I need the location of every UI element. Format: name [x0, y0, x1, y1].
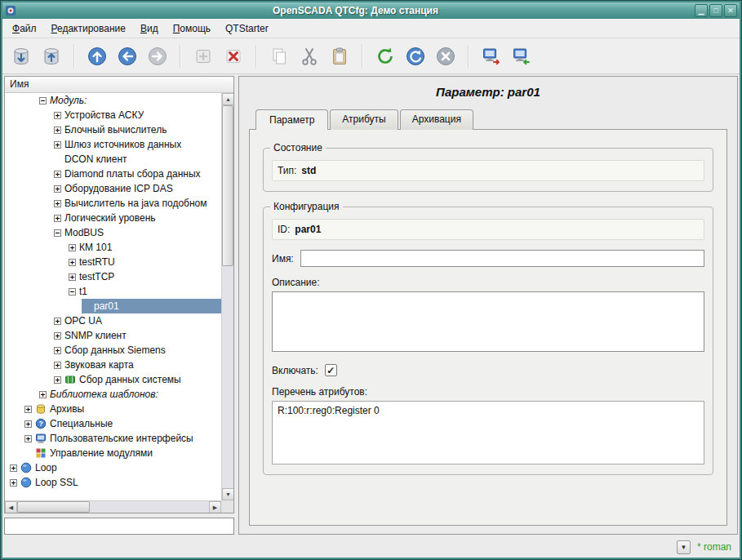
tree-item[interactable]: +testTCP: [67, 269, 221, 284]
tree-row: +Пользовательские интерфейсы: [5, 431, 221, 446]
up-button[interactable]: [83, 42, 111, 70]
tree-item[interactable]: −t1: [67, 284, 221, 299]
tree-item-label: КМ 101: [79, 242, 112, 253]
expand-icon[interactable]: +: [54, 141, 61, 149]
add-button[interactable]: [189, 42, 217, 70]
expand-icon[interactable]: +: [10, 479, 17, 487]
expand-icon[interactable]: +: [24, 435, 32, 442]
menu-item-qtstarter[interactable]: QTStarter: [219, 20, 275, 37]
tree-item[interactable]: +Устройства АСКУ: [52, 108, 221, 122]
expand-icon[interactable]: +: [69, 273, 76, 281]
expand-icon[interactable]: +: [54, 185, 61, 193]
tree-item[interactable]: +Блочный вычислитель: [52, 122, 221, 137]
scroll-track[interactable]: [222, 105, 233, 488]
tree-item[interactable]: +КМ 101: [67, 240, 221, 255]
tree-item[interactable]: +Сбор данных Siemens: [52, 343, 221, 358]
scroll-thumb[interactable]: [17, 501, 90, 513]
tree-item[interactable]: +Шлюз источников данных: [52, 137, 221, 152]
tree-item[interactable]: Управление модулями: [23, 446, 221, 460]
tab-archiving[interactable]: Архивация: [400, 109, 473, 130]
tree-item[interactable]: +Diamond платы сбора данных: [52, 167, 221, 181]
tree-column-header[interactable]: Имя: [5, 77, 233, 93]
tree-item[interactable]: +Библиотека шаблонов:: [38, 387, 221, 402]
tree-filter-input[interactable]: [4, 518, 234, 535]
menu-item-help[interactable]: Помощь: [167, 20, 217, 37]
tree-item[interactable]: +Loop: [8, 460, 221, 475]
expand-icon[interactable]: +: [54, 200, 61, 207]
tree-item[interactable]: +testRTU: [67, 255, 221, 269]
tree-item[interactable]: +Логический уровень: [52, 211, 221, 225]
tab-attributes[interactable]: Атрибуты: [330, 109, 398, 130]
tree-item[interactable]: −Модуль:: [38, 93, 221, 108]
expand-icon[interactable]: +: [54, 127, 61, 134]
menu-item-edit[interactable]: Редактирование: [45, 20, 132, 37]
tree-horizontal-scrollbar[interactable]: ◀ ▶: [5, 500, 221, 513]
scroll-thumb[interactable]: [222, 105, 233, 266]
tree-item[interactable]: +SNMP клиент: [52, 328, 221, 343]
attributes-list[interactable]: R:100:r:reg0:Register 0: [272, 401, 704, 464]
expand-icon[interactable]: +: [24, 420, 32, 428]
forward-button[interactable]: [144, 42, 171, 70]
tree-item[interactable]: +Сбор данных системы: [52, 372, 221, 387]
expand-icon[interactable]: +: [54, 362, 61, 369]
stop-button[interactable]: [432, 42, 460, 70]
collapse-icon[interactable]: −: [39, 97, 47, 104]
expand-icon[interactable]: +: [69, 244, 76, 251]
expand-icon[interactable]: +: [54, 112, 61, 119]
menu-item-view[interactable]: Вид: [134, 20, 165, 37]
statusbar: ▼ * roman: [2, 536, 740, 558]
tree-item[interactable]: −ModBUS: [52, 225, 221, 240]
tree-item[interactable]: +Архивы: [23, 402, 221, 416]
collapse-icon[interactable]: −: [54, 229, 61, 237]
expand-icon[interactable]: +: [54, 171, 61, 178]
tree-vertical-scrollbar[interactable]: ▲ ▼: [221, 93, 233, 500]
expand-icon[interactable]: +: [54, 347, 61, 354]
name-input[interactable]: [300, 250, 704, 267]
refresh-button[interactable]: [371, 42, 399, 70]
tree-item[interactable]: +?Специальные: [23, 416, 221, 431]
copy-button[interactable]: [265, 42, 293, 70]
host-run-button[interactable]: [508, 42, 535, 70]
expand-icon[interactable]: +: [69, 259, 76, 266]
type-label: Тип:: [278, 165, 296, 176]
collapse-icon[interactable]: −: [69, 288, 76, 296]
minimize-icon[interactable]: ▁: [695, 4, 708, 17]
tree-item[interactable]: DCON клиент: [52, 152, 221, 167]
expand-icon[interactable]: +: [54, 318, 61, 325]
paste-button[interactable]: [326, 42, 353, 70]
expand-icon[interactable]: +: [24, 406, 32, 413]
tree-item[interactable]: +Звуковая карта: [52, 358, 221, 372]
cut-button[interactable]: [295, 42, 323, 70]
delete-button[interactable]: [220, 42, 247, 70]
close-icon[interactable]: ✕: [724, 4, 737, 17]
expand-icon[interactable]: +: [54, 332, 61, 340]
scroll-track[interactable]: [17, 501, 209, 513]
main-area: Имя −Модуль:+Устройства АСКУ+Блочный выч…: [2, 74, 740, 536]
back-button[interactable]: [113, 42, 141, 70]
tree-item[interactable]: +OPC UA: [52, 313, 221, 328]
host-link-button[interactable]: [478, 42, 505, 70]
tab-parameter[interactable]: Параметр: [255, 109, 328, 130]
tree-item[interactable]: +Loop SSL: [8, 475, 221, 490]
refresh-icon: [375, 46, 396, 67]
expand-icon[interactable]: +: [39, 391, 47, 398]
enable-checkbox[interactable]: ✓: [325, 364, 337, 376]
maximize-icon[interactable]: □: [709, 4, 722, 17]
expand-icon[interactable]: +: [10, 464, 17, 472]
scroll-right-icon[interactable]: ▶: [209, 501, 221, 513]
tree-item[interactable]: +Пользовательские интерфейсы: [23, 431, 221, 446]
scroll-down-icon[interactable]: ▼: [222, 488, 234, 500]
description-textarea[interactable]: [272, 291, 704, 352]
load-button[interactable]: [7, 42, 35, 70]
expand-icon[interactable]: +: [54, 215, 61, 222]
save-button[interactable]: [38, 42, 65, 70]
menu-item-file[interactable]: Файл: [6, 20, 43, 37]
scroll-left-icon[interactable]: ◀: [5, 501, 17, 513]
tree-item[interactable]: par01: [82, 299, 221, 313]
start-button[interactable]: [402, 42, 429, 70]
status-dropdown-icon[interactable]: ▼: [677, 540, 691, 554]
tree-item[interactable]: +Вычислитель на java подобном: [52, 196, 221, 211]
scroll-up-icon[interactable]: ▲: [222, 93, 234, 105]
expand-icon[interactable]: +: [54, 376, 61, 384]
tree-item[interactable]: +Оборудование ICP DAS: [52, 181, 221, 196]
